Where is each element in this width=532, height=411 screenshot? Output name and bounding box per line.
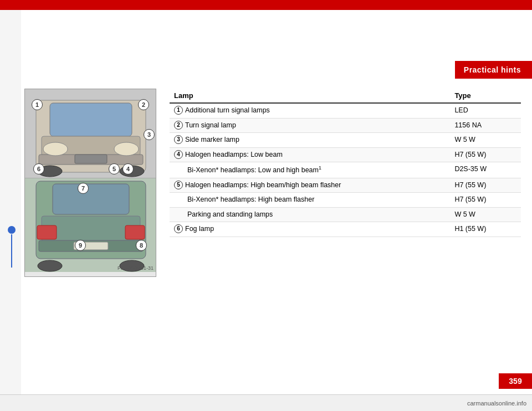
practical-hints-label: Practical hints (464, 65, 521, 74)
type-cell: D2S-35 W (450, 162, 521, 178)
car-rear-view: 7 8 9 P54-00-2301-31 (25, 178, 156, 272)
svg-rect-6 (75, 155, 107, 163)
lamp-table-container: Lamp Type 1Additional turn signal lampsL… (170, 89, 521, 237)
diagram-image-credit: P54-00-2301-31 (117, 265, 154, 271)
lamp-cell: 4Halogen headlamps: Low beam (170, 147, 450, 162)
lamp-cell: 5Halogen headlamps: High beam/high beam … (170, 178, 450, 193)
table-row: Bi-Xenon* headlamps: High beam flasherH7… (170, 193, 521, 208)
label-3: 3 (144, 129, 155, 140)
lamp-number: 5 (174, 181, 183, 189)
table-row: 3Side marker lampW 5 W (170, 133, 521, 148)
lamp-text: Fog lamp (185, 224, 214, 234)
table-row: 4Halogen headlamps: Low beamH7 (55 W) (170, 147, 521, 162)
label-4: 4 (122, 163, 134, 174)
car-front-svg (25, 89, 156, 178)
lamp-cell: 3Side marker lamp (170, 133, 450, 148)
lamp-cell: Bi-Xenon* headlamps: Low and high beam1 (170, 162, 450, 178)
table-row: 6Fog lampH1 (55 W) (170, 222, 521, 237)
type-cell: 1156 NA (450, 118, 521, 133)
label-6: 6 (33, 163, 44, 174)
lamp-cell: 6Fog lamp (170, 222, 450, 237)
lamp-number: 6 (174, 224, 183, 233)
sidebar-marker-line (11, 234, 12, 268)
type-cell: W 5 W (450, 207, 521, 222)
lamp-text: Additional turn signal lamps (185, 106, 270, 116)
lamp-text: Turn signal lamp (185, 121, 236, 131)
lamp-cell: 1Additional turn signal lamps (170, 103, 450, 118)
car-rear-svg (25, 178, 156, 272)
col-header-type: Type (450, 89, 521, 103)
svg-rect-13 (37, 225, 57, 239)
label-1: 1 (32, 99, 43, 110)
car-front-view: 1 2 3 4 5 6 (25, 89, 156, 178)
lamp-text: Bi-Xenon* headlamps: Low and high beam1 (187, 165, 321, 176)
type-cell: H7 (55 W) (450, 147, 521, 162)
lamp-text: Halogen headlamps: Low beam (185, 150, 283, 160)
lamp-cell: 2Turn signal lamp (170, 118, 450, 133)
label-5: 5 (109, 163, 120, 174)
lamp-text: Side marker lamp (185, 135, 239, 145)
lamp-table: Lamp Type 1Additional turn signal lampsL… (170, 89, 521, 237)
svg-point-16 (38, 260, 62, 271)
lamp-cell: Parking and standing lamps (170, 207, 450, 222)
col-header-lamp: Lamp (170, 89, 450, 103)
table-row: Bi-Xenon* headlamps: Low and high beam1D… (170, 162, 521, 178)
type-cell: LED (450, 103, 521, 118)
practical-hints-tab: Practical hints (455, 61, 532, 79)
left-sidebar (0, 10, 21, 411)
top-header-bar (0, 0, 532, 10)
lamp-number: 1 (174, 106, 183, 115)
page-number: 359 (499, 373, 532, 389)
bottom-bar: carmanualsonline.info (0, 394, 532, 411)
svg-point-4 (43, 142, 68, 156)
table-row: Parking and standing lampsW 5 W (170, 207, 521, 222)
type-cell: H1 (55 W) (450, 222, 521, 237)
type-cell: H7 (55 W) (450, 193, 521, 208)
type-cell: H7 (55 W) (450, 178, 521, 193)
table-row: 2Turn signal lamp1156 NA (170, 118, 521, 133)
table-row: 1Additional turn signal lampsLED (170, 103, 521, 118)
lamp-number: 4 (174, 150, 183, 159)
table-row: 5Halogen headlamps: High beam/high beam … (170, 178, 521, 193)
svg-point-5 (114, 142, 139, 156)
car-diagram: 1 2 3 4 5 6 (24, 89, 156, 277)
lamp-cell: Bi-Xenon* headlamps: High beam flasher (170, 193, 450, 208)
footer-website: carmanualsonline.info (467, 400, 526, 407)
svg-rect-14 (125, 225, 145, 239)
label-7: 7 (78, 183, 89, 194)
sidebar-marker-dot (8, 226, 16, 234)
label-2: 2 (138, 99, 149, 110)
svg-rect-10 (53, 184, 129, 214)
lamp-text: Parking and standing lamps (187, 210, 273, 220)
lamp-number: 3 (174, 135, 183, 144)
lamp-number: 2 (174, 121, 183, 130)
type-cell: W 5 W (450, 133, 521, 148)
label-8: 8 (136, 240, 147, 251)
svg-rect-1 (50, 103, 132, 136)
label-9: 9 (75, 240, 86, 251)
lamp-text: Bi-Xenon* headlamps: High beam flasher (187, 195, 314, 205)
lamp-text: Halogen headlamps: High beam/high beam f… (185, 181, 341, 191)
